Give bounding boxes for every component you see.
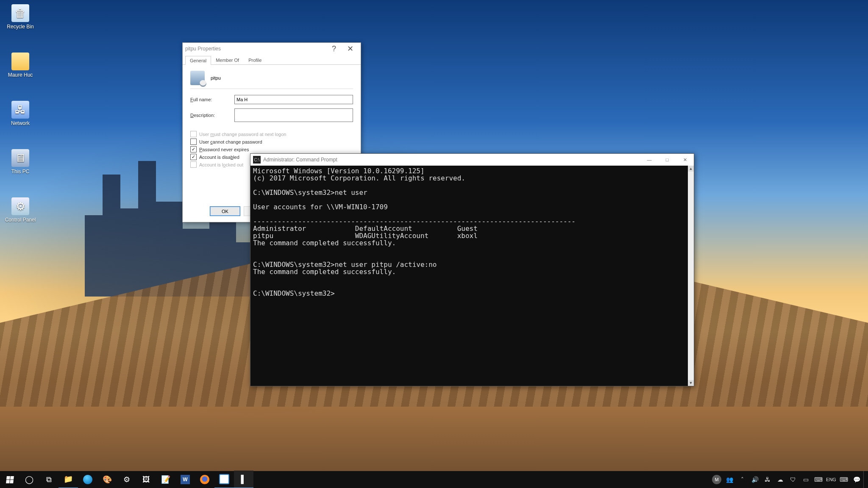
taskbar-paint[interactable]: 🎨 (97, 471, 117, 488)
fullname-input[interactable] (234, 95, 353, 104)
tray-defender-icon[interactable]: 🛡 (787, 471, 799, 488)
taskbar-notepad[interactable]: 📝 (156, 471, 175, 488)
firefox-icon (200, 475, 209, 484)
avatar-icon: M (712, 475, 721, 484)
check-label: User must change password at next logon (199, 132, 286, 137)
desktop-icon-this-pc[interactable]: 🖥 This PC (3, 149, 37, 175)
dialog-titlebar[interactable]: pitpu Properties ? ✕ (183, 43, 361, 55)
tab-general[interactable]: General (185, 56, 211, 65)
desktop-icon-recycle-bin[interactable]: 🗑 Recycle Bin (3, 4, 37, 30)
system-tray: M 👥 ˄ 🔊 🖧 ☁ 🛡 ▭ ⌨ ENG ⌨ 💬 (711, 471, 868, 488)
check-password-never-expires[interactable]: ✓ Password never expires (190, 146, 353, 152)
tray-language[interactable]: ENG (825, 471, 837, 488)
tray-keyboard-icon[interactable]: ⌨ (812, 471, 824, 488)
check-cannot-change-password[interactable]: User cannot change password (190, 139, 353, 145)
desktop-icon-label: Maure Huc (3, 72, 37, 78)
checkbox-icon (190, 131, 197, 137)
cmd-titlebar[interactable]: C:\ Administrator: Command Prompt — □ ✕ (250, 154, 694, 166)
taskbar-lusrmgr[interactable] (214, 471, 234, 488)
start-button[interactable] (0, 471, 19, 488)
show-desktop-button[interactable] (863, 471, 866, 488)
cmd-title: Administrator: Command Prompt (263, 157, 640, 163)
dialog-tabs: General Member Of Profile (183, 55, 361, 65)
close-button[interactable]: ✕ (676, 154, 694, 166)
check-label: User cannot change password (199, 139, 262, 144)
tray-volume-icon[interactable]: 🔊 (749, 471, 761, 488)
task-view-button[interactable]: ⧉ (39, 471, 58, 488)
taskbar-cmd[interactable]: ▌ (234, 471, 253, 488)
tray-people[interactable]: 👥 (723, 471, 735, 488)
taskbar-edge[interactable] (78, 471, 97, 488)
check-label: Password never expires (199, 147, 249, 152)
maximize-button[interactable]: □ (658, 154, 676, 166)
desktop-icon-label: This PC (3, 169, 37, 175)
tray-overflow[interactable]: ˄ (736, 471, 748, 488)
scroll-up-icon[interactable]: ▲ (688, 166, 694, 172)
desktop[interactable]: 🗑 Recycle Bin Maure Huc 🖧 Network 🖥 This… (0, 0, 868, 488)
terminal-output[interactable]: Microsoft Windows [Version 10.0.16299.12… (250, 166, 688, 386)
network-icon: 🖧 (11, 101, 29, 119)
checkbox-icon (190, 139, 197, 145)
tray-onedrive-icon[interactable]: ☁ (774, 471, 786, 488)
tab-member-of[interactable]: Member Of (211, 55, 244, 64)
taskbar-photos[interactable]: 🖼 (136, 471, 156, 488)
check-label: Account is disabled (199, 155, 239, 160)
fullname-label: Full name: (190, 97, 234, 102)
tab-profile[interactable]: Profile (244, 55, 266, 64)
close-button[interactable]: ✕ (342, 43, 358, 55)
tray-network-icon[interactable]: 🖧 (762, 471, 773, 488)
tray-battery-icon[interactable]: ▭ (800, 471, 812, 488)
command-prompt-window: C:\ Administrator: Command Prompt — □ ✕ … (250, 153, 694, 386)
tray-action-center-icon[interactable]: 💬 (851, 471, 862, 488)
description-label: Description: (190, 113, 234, 118)
username-label: pitpu (211, 75, 221, 80)
check-must-change-password: User must change password at next logon (190, 131, 353, 137)
dialog-title: pitpu Properties (185, 43, 326, 55)
taskbar: ◯ ⧉ 📁 🎨 ⚙ 🖼 📝 W ▌ M 👥 ˄ 🔊 🖧 ☁ 🛡 ▭ ⌨ ENG … (0, 471, 868, 488)
taskbar-word[interactable]: W (175, 471, 195, 488)
scrollbar[interactable]: ▲ ▼ (688, 166, 694, 386)
cmd-icon: C:\ (253, 156, 261, 164)
description-input[interactable] (234, 108, 353, 122)
cortana-button[interactable]: ◯ (19, 471, 39, 488)
desktop-icon-user[interactable]: Maure Huc (3, 53, 37, 78)
mmc-icon (219, 474, 229, 484)
user-icon (190, 71, 205, 85)
user-folder-icon (11, 53, 29, 70)
windows-logo-icon (6, 476, 14, 483)
control-panel-icon: ⚙ (11, 197, 29, 215)
recycle-bin-icon: 🗑 (11, 4, 29, 22)
desktop-icon-label: Recycle Bin (3, 24, 37, 30)
this-pc-icon: 🖥 (11, 149, 29, 167)
scroll-down-icon[interactable]: ▼ (688, 380, 694, 386)
word-icon: W (181, 475, 190, 484)
minimize-button[interactable]: — (640, 154, 658, 166)
checkbox-icon: ✓ (190, 154, 197, 160)
taskbar-settings[interactable]: ⚙ (117, 471, 136, 488)
help-button[interactable]: ? (326, 43, 342, 55)
ok-button[interactable]: OK (210, 206, 240, 216)
desktop-icon-control-panel[interactable]: ⚙ Control Panel (3, 197, 37, 223)
edge-icon (83, 475, 92, 484)
check-label: Account is locked out (199, 162, 243, 167)
checkbox-icon: ✓ (190, 146, 197, 152)
separator (190, 89, 353, 89)
tray-user-avatar[interactable]: M (711, 471, 723, 488)
checkbox-icon (190, 161, 197, 168)
taskbar-file-explorer[interactable]: 📁 (58, 471, 78, 488)
desktop-icon-network[interactable]: 🖧 Network (3, 101, 37, 126)
desktop-icon-label: Network (3, 120, 37, 126)
tray-ime-icon[interactable]: ⌨ (838, 471, 850, 488)
desktop-icon-label: Control Panel (3, 217, 37, 223)
taskbar-firefox[interactable] (195, 471, 214, 488)
